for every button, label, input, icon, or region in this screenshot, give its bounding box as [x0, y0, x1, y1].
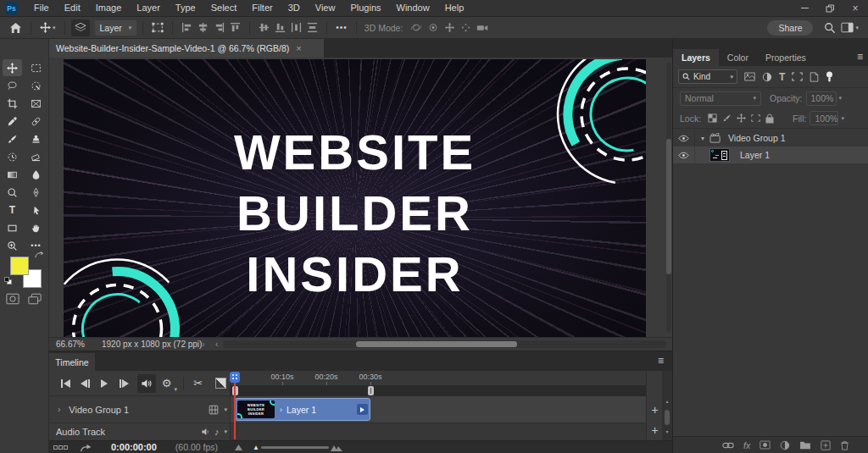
menu-window[interactable]: Window	[389, 0, 437, 16]
align-right-edges-icon[interactable]	[211, 19, 227, 36]
scroll-up-icon[interactable]: ▴	[662, 398, 672, 404]
menu-view[interactable]: View	[308, 0, 343, 16]
brush-tool[interactable]	[3, 130, 22, 147]
pen-tool[interactable]	[26, 184, 46, 201]
zoom-in-mountain-icon[interactable]	[331, 444, 342, 451]
object-selection-tool[interactable]	[26, 77, 46, 94]
align-bottom-edges-icon[interactable]	[272, 19, 288, 36]
search-icon[interactable]	[821, 19, 838, 36]
minimize-button[interactable]	[792, 0, 817, 16]
lock-transparency-icon[interactable]	[708, 113, 717, 123]
menu-help[interactable]: Help	[437, 0, 472, 16]
workspace-switcher-icon[interactable]: ▾	[838, 19, 861, 36]
layer-effects-icon[interactable]: fx	[743, 440, 750, 450]
audio-track-header[interactable]: Audio Track ♪ ▾	[49, 423, 231, 440]
mute-audio-button[interactable]	[137, 374, 157, 393]
filter-adjustment-layers-icon[interactable]	[762, 72, 772, 82]
play-button[interactable]	[95, 374, 114, 393]
timeline-zoom-slider-thumb[interactable]: ▲	[253, 444, 259, 451]
auto-select-target-dropdown[interactable]: Layer▾	[95, 20, 137, 36]
move-tool[interactable]	[3, 59, 22, 76]
3d-slide-icon[interactable]	[458, 19, 474, 36]
render-video-icon[interactable]	[80, 443, 92, 452]
menu-file[interactable]: File	[26, 0, 57, 16]
fill-dropdown-icon[interactable]: ▾	[841, 115, 844, 122]
align-left-edges-icon[interactable]	[179, 19, 195, 36]
scroll-down-icon[interactable]: ▾	[662, 428, 672, 434]
opacity-dropdown-icon[interactable]: ▾	[839, 95, 843, 102]
type-tool[interactable]: T	[3, 202, 22, 218]
align-top-edges-icon[interactable]	[227, 19, 243, 36]
quick-mask-icon[interactable]	[6, 293, 19, 305]
3d-camera-icon[interactable]	[474, 19, 492, 36]
group-collapse-icon[interactable]: ▾	[701, 135, 704, 142]
distribute-vertical-icon[interactable]	[304, 19, 320, 36]
adjustment-layer-icon[interactable]	[780, 440, 790, 450]
lock-pixels-icon[interactable]	[722, 113, 732, 123]
3d-pan-icon[interactable]	[442, 19, 458, 36]
tab-color[interactable]: Color	[719, 49, 757, 66]
share-button[interactable]: Share	[767, 20, 813, 36]
crop-tool[interactable]	[3, 95, 22, 112]
timeline-menu-icon[interactable]: ≡	[658, 355, 664, 367]
filter-smart-objects-icon[interactable]	[810, 72, 819, 82]
new-layer-icon[interactable]	[821, 440, 831, 450]
menu-image[interactable]: Image	[88, 0, 130, 16]
3d-orbit-icon[interactable]	[408, 19, 425, 36]
audio-mute-icon[interactable]	[201, 428, 211, 436]
frame-view-icon[interactable]	[53, 445, 68, 450]
audio-note-icon[interactable]: ♪	[214, 427, 220, 437]
clip-expand-icon[interactable]: ›	[280, 406, 282, 414]
menu-select[interactable]: Select	[203, 0, 245, 16]
lock-position-icon[interactable]	[737, 113, 746, 123]
close-button[interactable]: ×	[843, 0, 868, 16]
filter-shape-layers-icon[interactable]	[792, 72, 803, 81]
gradient-tool[interactable]	[3, 166, 22, 183]
path-selection-tool[interactable]	[26, 202, 46, 218]
align-vertical-centers-icon[interactable]	[256, 19, 272, 36]
blend-mode-dropdown[interactable]: Normal▾	[680, 91, 761, 106]
filter-pixel-layers-icon[interactable]	[744, 72, 755, 81]
video-group-track-header[interactable]: › Video Group 1 ▾	[49, 396, 231, 423]
restore-button[interactable]	[817, 0, 843, 16]
next-frame-button[interactable]	[114, 374, 134, 393]
timeline-ruler[interactable]: 00:10s 00:20s 00:30s	[231, 371, 646, 385]
timeline-tab[interactable]: Timeline	[49, 353, 95, 372]
tab-layers[interactable]: Layers	[673, 49, 719, 66]
blur-tool[interactable]	[26, 166, 46, 183]
scroll-left-arrow-icon[interactable]: ‹	[215, 340, 218, 349]
add-mask-icon[interactable]	[760, 440, 771, 450]
new-group-folder-icon[interactable]	[799, 440, 811, 450]
status-chevron-icon[interactable]: ›	[202, 340, 204, 349]
dodge-tool[interactable]	[3, 184, 22, 201]
track-expand-icon[interactable]: ›	[58, 405, 60, 414]
menu-filter[interactable]: Filter	[244, 0, 280, 16]
first-frame-button[interactable]	[56, 374, 75, 393]
scrollbar-thumb[interactable]	[665, 410, 670, 425]
menu-type[interactable]: Type	[168, 0, 203, 16]
history-brush-tool[interactable]	[3, 148, 22, 165]
add-audio-media-button[interactable]: +	[647, 423, 663, 437]
auto-select-toggle-icon[interactable]	[71, 19, 90, 36]
move-tool-icon[interactable]: ▾	[37, 19, 58, 36]
eyedropper-tool[interactable]	[3, 113, 22, 130]
3d-roll-icon[interactable]	[425, 19, 442, 36]
menu-3d[interactable]: 3D	[281, 0, 308, 16]
menu-layer[interactable]: Layer	[129, 0, 168, 16]
document-tab-close-icon[interactable]: ×	[296, 43, 301, 53]
lock-artboard-icon[interactable]	[751, 113, 760, 123]
rectangular-marquee-tool[interactable]	[26, 59, 46, 76]
layer-row-video-group[interactable]: ▾ Video Group 1	[673, 130, 868, 146]
canvas-horizontal-scrollbar[interactable]	[223, 340, 666, 348]
add-video-media-button[interactable]: +	[647, 403, 663, 417]
video-filter-dropdown-icon[interactable]: ▾	[224, 406, 227, 413]
menu-edit[interactable]: Edit	[57, 0, 88, 16]
align-horizontal-centers-icon[interactable]	[195, 19, 211, 36]
scrollbar-thumb[interactable]	[356, 341, 517, 347]
clip-options-icon[interactable]	[357, 404, 368, 415]
foreground-color-swatch[interactable]	[10, 257, 29, 275]
timeline-settings-gear-icon[interactable]: ⚙▾	[159, 374, 179, 393]
filter-kind-dropdown[interactable]: Kind ▾	[678, 69, 737, 84]
video-clip-layer-1[interactable]: WEBSITE BUILDER INSIDER ›Layer 1	[235, 398, 370, 421]
filter-type-layers-icon[interactable]: T	[779, 71, 785, 83]
